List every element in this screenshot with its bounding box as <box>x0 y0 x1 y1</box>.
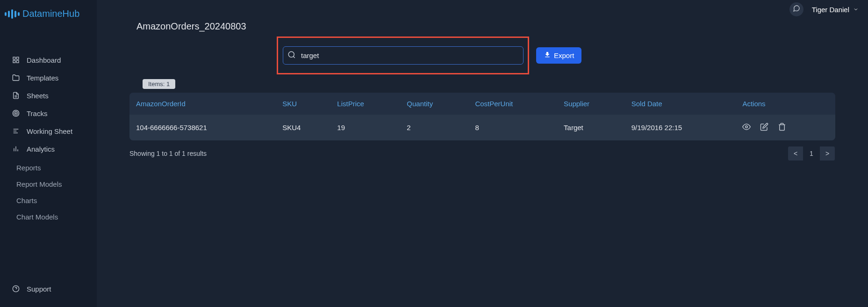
results-text: Showing 1 to 1 of 1 results <box>129 150 207 157</box>
cell-orderid: 104-6666666-5738621 <box>129 115 276 140</box>
file-icon <box>12 91 20 100</box>
grid-icon <box>12 56 20 64</box>
orders-table: AmazonOrderId SKU ListPrice Quantity Cos… <box>129 93 835 140</box>
download-icon <box>544 51 551 60</box>
column-header-solddate[interactable]: Sold Date <box>625 93 736 115</box>
sidebar-item-dashboard[interactable]: Dashboard <box>0 51 97 69</box>
search-highlight-box <box>277 37 529 74</box>
svg-rect-0 <box>13 57 15 59</box>
sidebar-item-label: Templates <box>27 74 58 82</box>
page-title: AmazonOrders_20240803 <box>106 0 859 37</box>
chevron-down-icon <box>853 6 859 14</box>
cell-solddate: 9/19/2016 22:15 <box>625 115 736 140</box>
column-header-sku[interactable]: SKU <box>276 93 330 115</box>
pagination-prev[interactable]: < <box>788 146 803 161</box>
sidebar-item-label: Analytics <box>27 145 55 153</box>
sidebar-subitem-charts[interactable]: Charts <box>0 192 97 209</box>
sidebar-item-analytics[interactable]: Analytics <box>0 140 97 158</box>
column-header-supplier[interactable]: Supplier <box>557 93 625 115</box>
pagination-next[interactable]: > <box>819 146 835 161</box>
cell-quantity: 2 <box>400 115 468 140</box>
svg-point-19 <box>746 126 748 128</box>
sidebar-item-label: Dashboard <box>27 56 61 64</box>
column-header-actions: Actions <box>736 93 835 115</box>
sidebar: DatamineHub Dashboard Templates Sheets <box>0 0 97 307</box>
pagination: < 1 > <box>788 146 835 161</box>
search-input[interactable] <box>283 46 524 65</box>
items-count-badge: Items: 1 <box>143 79 175 89</box>
sidebar-item-sheets[interactable]: Sheets <box>0 87 97 104</box>
svg-point-7 <box>14 111 18 115</box>
brand-logo[interactable]: DatamineHub <box>0 0 97 28</box>
sidebar-item-support[interactable]: Support <box>0 280 97 298</box>
search-icon <box>287 51 296 61</box>
export-button[interactable]: Export <box>536 47 581 64</box>
sidebar-item-working-sheet[interactable]: Working Sheet <box>0 122 97 140</box>
sidebar-subitem-report-models[interactable]: Report Models <box>0 176 97 192</box>
svg-rect-3 <box>13 60 15 63</box>
column-header-listprice[interactable]: ListPrice <box>330 93 400 115</box>
sidebar-item-label: Tracks <box>27 110 47 117</box>
chat-icon <box>793 5 800 14</box>
cell-supplier: Target <box>557 115 625 140</box>
top-header: Tiger Daniel <box>780 0 868 19</box>
cell-sku: SKU4 <box>276 115 330 140</box>
sidebar-item-label: Support <box>27 285 51 293</box>
sidebar-item-label: Working Sheet <box>27 127 72 135</box>
target-icon <box>12 109 20 117</box>
sidebar-item-tracks[interactable]: Tracks <box>0 104 97 122</box>
column-header-orderid[interactable]: AmazonOrderId <box>129 93 276 115</box>
export-label: Export <box>554 51 574 59</box>
chart-icon <box>12 145 20 153</box>
svg-rect-2 <box>16 60 19 63</box>
pagination-page-1[interactable]: 1 <box>803 146 819 161</box>
svg-rect-1 <box>16 57 19 59</box>
sidebar-item-label: Sheets <box>27 92 49 100</box>
brand-name: DatamineHub <box>22 8 79 19</box>
cell-listprice: 19 <box>330 115 400 140</box>
column-header-costperunit[interactable]: CostPerUnit <box>468 93 557 115</box>
view-icon[interactable] <box>742 123 751 132</box>
svg-point-8 <box>15 113 17 114</box>
cell-costperunit: 8 <box>468 115 557 140</box>
help-icon <box>12 285 20 293</box>
edit-icon[interactable] <box>760 123 768 132</box>
user-menu[interactable]: Tiger Daniel <box>812 6 859 14</box>
delete-icon[interactable] <box>778 123 786 132</box>
user-name: Tiger Daniel <box>812 6 849 14</box>
sidebar-subitem-chart-models[interactable]: Chart Models <box>0 209 97 225</box>
notes-icon <box>12 127 20 135</box>
data-table-container: AmazonOrderId SKU ListPrice Quantity Cos… <box>129 93 835 140</box>
svg-line-18 <box>293 56 294 58</box>
table-row: 104-6666666-5738621 SKU4 19 2 8 Target 9… <box>129 115 835 140</box>
column-header-quantity[interactable]: Quantity <box>400 93 468 115</box>
folder-icon <box>12 73 20 82</box>
cell-actions <box>736 115 835 140</box>
logo-icon <box>5 9 20 19</box>
sidebar-item-templates[interactable]: Templates <box>0 69 97 87</box>
svg-point-17 <box>288 51 294 57</box>
chat-button[interactable] <box>789 2 803 16</box>
sidebar-subitem-reports[interactable]: Reports <box>0 160 97 176</box>
